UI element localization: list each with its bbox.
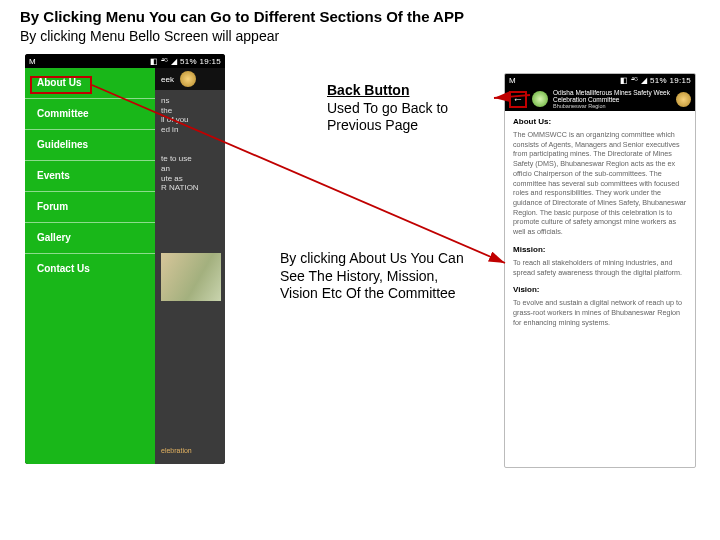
nav-drawer: About Us Committee Guidelines Events For… [25,68,155,464]
peek-text-2: te to use an ute as R NATION [161,154,221,192]
note-about-text: By clicking About Us You Can See The His… [280,250,464,301]
note-back-button: Back Button Used To go Back to Previous … [327,82,492,135]
peek-footer: elebration [161,447,192,454]
nav-item-committee[interactable]: Committee [25,99,155,130]
nav-item-gallery[interactable]: Gallery [25,223,155,254]
peek-text-1: ns the ll of you ed in [161,96,221,134]
back-button[interactable]: ← [509,91,527,108]
status-right-r: ◧ ⁴ᴳ ◢ 51% 19:15 [620,76,691,85]
mission-heading: Mission: [513,245,687,254]
nav-item-guidelines[interactable]: Guidelines [25,130,155,161]
status-left: M [29,57,36,66]
heading-line2: By clicking Menu Bello Screen will appea… [20,28,464,46]
phone-left: M ◧ ⁴ᴳ ◢ 51% 19:15 ns the ll of you ed i… [25,54,225,464]
note-about-us: By clicking About Us You Can See The His… [280,250,475,303]
heading-line1: By Clicking Menu You can Go to Different… [20,8,464,27]
about-heading: About Us: [513,117,687,126]
status-left-r: M [509,76,516,85]
mission-text: To reach all stakeholders of mining indu… [513,258,687,277]
nav-item-contact-us[interactable]: Contact Us [25,254,155,284]
nav-item-forum[interactable]: Forum [25,192,155,223]
content-behind-drawer: ns the ll of you ed in te to use an ute … [155,90,225,464]
app-badge-icon [676,92,691,107]
back-arrow-icon: ← [513,94,524,105]
status-right: ◧ ⁴ᴳ ◢ 51% 19:15 [150,57,221,66]
content-about: About Us: The OMMSWCC is an organizing c… [505,111,695,342]
appbar-subtitle: Bhubaneswar Region [553,103,671,109]
app-logo-icon [532,91,548,107]
appbar-logo-icon [180,71,196,87]
appbar-title: eek [161,75,174,84]
nav-item-events[interactable]: Events [25,161,155,192]
vision-text: To evolve and sustain a digital network … [513,298,687,327]
note-back-title: Back Button [327,82,492,100]
page-heading: By Clicking Menu You can Go to Different… [20,8,464,45]
app-bar: eek [155,68,225,90]
appbar-title-right: Odisha Metalliferous Mines Safety Week C… [553,89,671,109]
status-bar-r: M ◧ ⁴ᴳ ◢ 51% 19:15 [505,74,695,87]
drawer-items: About Us Committee Guidelines Events For… [25,68,155,284]
vision-heading: Vision: [513,285,687,294]
app-bar-right: ← Odisha Metalliferous Mines Safety Week… [505,87,695,111]
peek-image [161,253,221,301]
about-text: The OMMSWCC is an organizing committee w… [513,130,687,237]
phone-right: M ◧ ⁴ᴳ ◢ 51% 19:15 ← Odisha Metalliferou… [504,73,696,468]
callout-highlight-about-us [30,76,92,94]
status-bar: M ◧ ⁴ᴳ ◢ 51% 19:15 [25,54,225,68]
appbar-title-text: Odisha Metalliferous Mines Safety Week C… [553,89,670,103]
note-back-text: Used To go Back to Previous Page [327,100,492,135]
